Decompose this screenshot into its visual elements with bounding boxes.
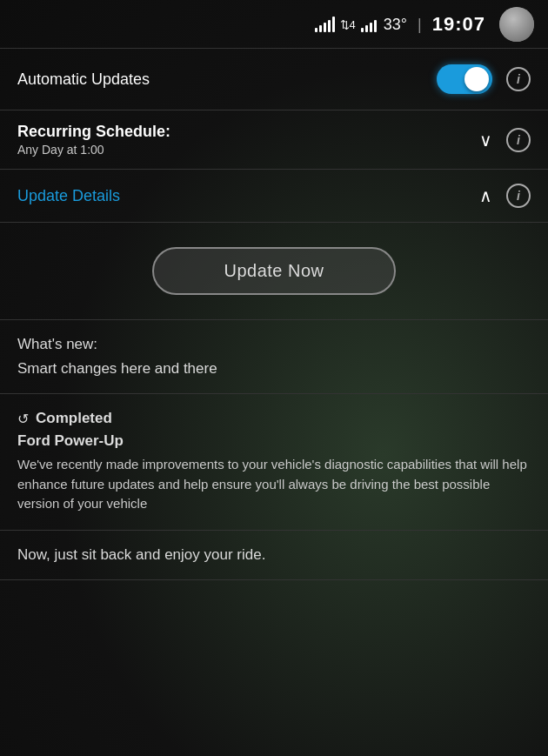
completed-section: ↺ Completed Ford Power-Up We've recently… (0, 394, 548, 531)
toggle-knob (464, 67, 489, 91)
signal-icon-2 (361, 17, 377, 32)
whats-new-text: Smart changes here and there (17, 360, 531, 378)
avatar[interactable] (499, 7, 534, 42)
status-bar: ⇅4 33° | 19:07 (0, 0, 548, 49)
signal-bar2-1 (361, 28, 364, 32)
completed-description: We've recently made improvements to your… (17, 455, 531, 514)
data-icon: ⇅4 (340, 18, 356, 31)
schedule-chevron-down[interactable]: ∨ (479, 130, 492, 151)
automatic-updates-label: Automatic Updates (17, 70, 437, 89)
automatic-updates-row: Automatic Updates i (0, 48, 548, 110)
completed-label: Completed (36, 410, 112, 427)
schedule-label-group: Recurring Schedule: Any Day at 1:00 (17, 123, 479, 157)
status-divider: | (418, 16, 422, 34)
time-display: 19:07 (432, 13, 485, 36)
status-icons: ⇅4 (315, 17, 377, 32)
signal-bar-1 (315, 28, 317, 32)
schedule-actions: ∨ i (479, 128, 531, 152)
update-details-info-button[interactable]: i (506, 184, 531, 208)
schedule-subtitle: Any Day at 1:00 (17, 143, 479, 157)
automatic-updates-actions: i (437, 64, 531, 94)
signal-icon (315, 17, 335, 32)
whats-new-title: What's new: (17, 336, 531, 353)
update-now-section: Update Now (0, 223, 548, 320)
update-details-chevron-up[interactable]: ∧ (479, 185, 492, 206)
info-icon: i (517, 72, 520, 86)
update-details-info-icon: i (517, 189, 520, 203)
temperature-display: 33° (384, 16, 407, 34)
schedule-title: Recurring Schedule: (17, 123, 479, 141)
avatar-image (499, 7, 534, 42)
update-now-button[interactable]: Update Now (152, 247, 395, 295)
signal-bar-2 (319, 25, 322, 32)
recurring-schedule-row: Recurring Schedule: Any Day at 1:00 ∨ i (0, 110, 548, 170)
enjoy-ride-text: Now, just sit back and enjoy your ride. (17, 546, 531, 564)
schedule-info-icon: i (517, 133, 520, 147)
signal-bar-4 (328, 20, 331, 32)
update-details-row: Update Details ∧ i (0, 170, 548, 223)
update-details-label[interactable]: Update Details (17, 187, 479, 205)
signal-bar2-4 (374, 20, 377, 32)
ford-powerup-title: Ford Power-Up (17, 432, 531, 450)
signal-bar2-3 (370, 23, 372, 32)
signal-bar-5 (332, 17, 335, 32)
completed-badge: ↺ Completed (17, 410, 531, 427)
automatic-updates-info-button[interactable]: i (506, 67, 531, 91)
update-details-actions: ∧ i (479, 184, 531, 208)
enjoy-ride-section: Now, just sit back and enjoy your ride. (0, 531, 548, 580)
signal-bar-3 (324, 23, 326, 32)
completed-icon: ↺ (17, 411, 29, 427)
signal-bar2-2 (365, 25, 368, 32)
whats-new-section: What's new: Smart changes here and there (0, 320, 548, 394)
automatic-updates-toggle[interactable] (437, 64, 492, 94)
schedule-info-button[interactable]: i (506, 128, 531, 152)
